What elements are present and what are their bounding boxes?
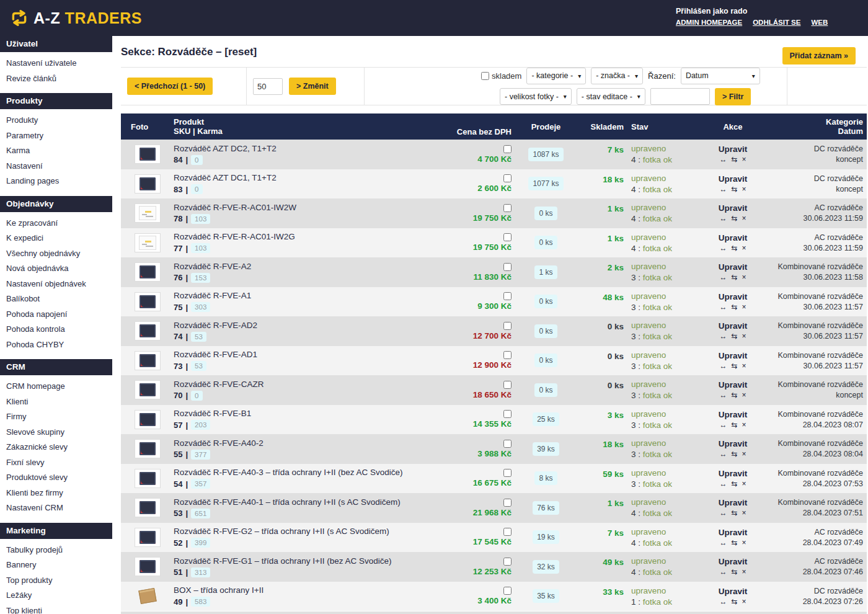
product-photo[interactable] bbox=[135, 439, 161, 458]
skladem-checkbox-label[interactable]: skladem bbox=[481, 71, 521, 81]
product-name-link[interactable]: Rozváděč R-FVE-AD1 bbox=[174, 350, 439, 359]
sidebar-item[interactable]: Nová objednávka bbox=[0, 261, 112, 277]
move-icon[interactable]: ↔ bbox=[719, 303, 727, 311]
product-name-link[interactable]: Rozváděč R-FVE-G1 – třída ochrany I+II (… bbox=[174, 556, 439, 566]
product-name-link[interactable]: Rozváděč R-FVE-A40-1 – třída ochrany I+I… bbox=[174, 497, 439, 507]
row-checkbox[interactable] bbox=[503, 351, 512, 359]
edit-link[interactable]: Upravit bbox=[719, 203, 748, 213]
kategorie-select[interactable]: - kategorie - ▾ bbox=[526, 68, 586, 84]
previous-page-button[interactable]: < Předchozí (1 - 50) bbox=[127, 78, 213, 95]
sidebar-item[interactable]: Ležáky bbox=[0, 588, 112, 603]
delete-icon[interactable]: × bbox=[742, 332, 746, 340]
delete-icon[interactable]: × bbox=[742, 509, 746, 517]
sidebar-item[interactable]: Fixní slevy bbox=[0, 455, 112, 471]
product-photo[interactable] bbox=[135, 233, 161, 252]
logo[interactable]: A-Z TRADERS bbox=[10, 9, 142, 27]
admin-homepage-link[interactable]: ADMIN HOMEPAGE bbox=[676, 19, 742, 26]
product-photo[interactable] bbox=[135, 145, 161, 164]
edit-link[interactable]: Upravit bbox=[719, 587, 748, 596]
skladem-checkbox[interactable] bbox=[481, 72, 489, 80]
product-name-link[interactable]: Rozváděč AZT DC1, T1+T2 bbox=[174, 173, 439, 182]
velikost-fotky-select[interactable]: - velikost fotky - ▾ bbox=[500, 88, 572, 105]
product-name-link[interactable]: Rozváděč R-FVE-R-AC01-IW2W bbox=[174, 203, 439, 212]
sidebar-item[interactable]: Klienti bbox=[0, 394, 112, 410]
sidebar-item[interactable]: Klienti bez firmy bbox=[0, 486, 112, 501]
product-name-link[interactable]: Rozváděč R-FVE-A40-2 bbox=[174, 438, 439, 448]
filter-button[interactable]: > Filtr bbox=[715, 88, 751, 105]
delete-icon[interactable]: × bbox=[742, 450, 746, 458]
znacka-select[interactable]: - značka - ▾ bbox=[591, 68, 643, 84]
product-photo[interactable] bbox=[135, 380, 161, 399]
move-icon[interactable]: ↔ bbox=[719, 567, 727, 576]
move-icon[interactable]: ↔ bbox=[719, 214, 727, 223]
sidebar-item[interactable]: Pohoda kontrola bbox=[0, 322, 112, 337]
product-name-link[interactable]: Rozváděč R-FVE-A2 bbox=[174, 262, 439, 271]
row-checkbox[interactable] bbox=[503, 174, 512, 182]
product-name-link[interactable]: Rozváděč R-FVE-CAZR bbox=[174, 380, 439, 389]
change-page-size-button[interactable]: > Změnit bbox=[289, 78, 336, 95]
sidebar-item[interactable]: Revize článků bbox=[0, 71, 112, 87]
product-photo[interactable] bbox=[135, 587, 161, 606]
swap-icon[interactable]: ⇆ bbox=[731, 597, 737, 606]
delete-icon[interactable]: × bbox=[742, 214, 746, 223]
stav-editace-select[interactable]: - stav editace - ▾ bbox=[577, 88, 645, 105]
sidebar-item[interactable]: K expedici bbox=[0, 231, 112, 246]
swap-icon[interactable]: ⇆ bbox=[731, 303, 737, 311]
row-checkbox[interactable] bbox=[503, 410, 512, 418]
delete-icon[interactable]: × bbox=[742, 303, 746, 311]
row-checkbox[interactable] bbox=[503, 558, 512, 566]
move-icon[interactable]: ↔ bbox=[719, 597, 727, 606]
edit-link[interactable]: Upravit bbox=[719, 498, 748, 507]
sidebar-item[interactable]: Všechny objednávky bbox=[0, 246, 112, 262]
move-icon[interactable]: ↔ bbox=[719, 450, 727, 458]
delete-icon[interactable]: × bbox=[742, 567, 746, 576]
product-photo[interactable] bbox=[135, 262, 161, 282]
product-name-link[interactable]: Rozváděč R-FVE-A40-3 – třída ochrany I+I… bbox=[174, 468, 439, 477]
product-photo[interactable] bbox=[135, 469, 161, 488]
edit-link[interactable]: Upravit bbox=[719, 145, 748, 154]
sidebar-item[interactable]: Firmy bbox=[0, 409, 112, 425]
row-checkbox[interactable] bbox=[503, 145, 512, 153]
edit-link[interactable]: Upravit bbox=[719, 557, 748, 566]
row-checkbox[interactable] bbox=[503, 528, 512, 536]
edit-link[interactable]: Upravit bbox=[719, 321, 748, 331]
edit-link[interactable]: Upravit bbox=[719, 410, 748, 419]
sidebar-item[interactable]: Nastavení CRM bbox=[0, 501, 112, 516]
move-icon[interactable]: ↔ bbox=[719, 479, 727, 488]
filter-text-input[interactable] bbox=[650, 88, 710, 105]
product-name-link[interactable]: Rozváděč R-FVE-AD2 bbox=[174, 321, 439, 330]
sidebar-item[interactable]: Balíkobot bbox=[0, 291, 112, 307]
edit-link[interactable]: Upravit bbox=[719, 380, 748, 389]
sidebar-item[interactable]: Top produkty bbox=[0, 573, 112, 589]
swap-icon[interactable]: ⇆ bbox=[731, 391, 737, 399]
row-checkbox[interactable] bbox=[503, 381, 512, 389]
move-icon[interactable]: ↔ bbox=[719, 185, 727, 194]
sidebar-item[interactable]: Bannery bbox=[0, 558, 112, 573]
sidebar-item[interactable]: Top klienti bbox=[0, 603, 112, 614]
sidebar-item[interactable]: Nastavení bbox=[0, 159, 112, 174]
row-checkbox[interactable] bbox=[503, 204, 512, 212]
razeni-select[interactable]: Datum ▾ bbox=[681, 68, 760, 84]
edit-link[interactable]: Upravit bbox=[719, 351, 748, 360]
swap-icon[interactable]: ⇆ bbox=[731, 244, 737, 252]
edit-link[interactable]: Upravit bbox=[719, 528, 748, 537]
row-checkbox[interactable] bbox=[503, 587, 512, 595]
sidebar-item[interactable]: Pohoda napojení bbox=[0, 307, 112, 323]
product-name-link[interactable]: Rozváděč R-FVE-B1 bbox=[174, 409, 439, 418]
sidebar-item[interactable]: Produktové slevy bbox=[0, 470, 112, 486]
web-link[interactable]: WEB bbox=[811, 19, 828, 26]
edit-link[interactable]: Upravit bbox=[719, 262, 748, 272]
sidebar-item[interactable]: Nastavení uživatele bbox=[0, 56, 112, 71]
row-checkbox[interactable] bbox=[503, 499, 512, 507]
add-record-button[interactable]: Přidat záznam » bbox=[782, 47, 856, 65]
row-checkbox[interactable] bbox=[503, 263, 512, 271]
swap-icon[interactable]: ⇆ bbox=[731, 538, 737, 547]
swap-icon[interactable]: ⇆ bbox=[731, 450, 737, 458]
product-name-link[interactable]: Rozváděč R-FVE-A1 bbox=[174, 291, 439, 300]
move-icon[interactable]: ↔ bbox=[719, 420, 727, 429]
swap-icon[interactable]: ⇆ bbox=[731, 420, 737, 429]
move-icon[interactable]: ↔ bbox=[719, 391, 727, 399]
swap-icon[interactable]: ⇆ bbox=[731, 479, 737, 488]
product-photo[interactable] bbox=[135, 321, 161, 340]
swap-icon[interactable]: ⇆ bbox=[731, 273, 737, 282]
